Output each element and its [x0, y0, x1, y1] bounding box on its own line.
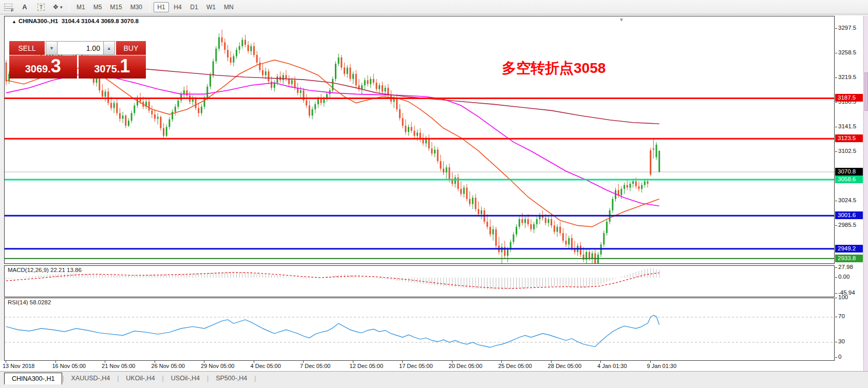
scroll-to-end-icon[interactable]: ▼	[619, 17, 624, 23]
candle-body	[320, 99, 322, 103]
candle-body	[335, 64, 336, 79]
macd-indicator-panel[interactable]: MACD(12,26,9) 22.21 13.86	[4, 265, 835, 297]
candle-body	[309, 106, 310, 116]
rsi-tick-label: 70	[838, 313, 845, 319]
rsi-label: RSI(14) 58.0282	[8, 299, 51, 305]
candle-body	[285, 75, 287, 79]
candle-body	[469, 199, 470, 204]
chart-tab-xauusdh4[interactable]: XAUUSD-,H4	[64, 373, 118, 384]
text-box-icon[interactable]: T	[34, 2, 48, 13]
main-chart-panel[interactable]: ▲CHINA300-,H1 3104.4 3104.4 3069.8 3070.…	[4, 16, 835, 264]
candle-body	[446, 167, 447, 172]
sell-button[interactable]: SELL	[9, 41, 45, 55]
candle-body	[265, 71, 267, 75]
vertical-scrollbar[interactable]	[863, 16, 868, 388]
cursor-objects-icon[interactable]: ❖▾	[51, 2, 64, 13]
candle-body	[102, 90, 103, 96]
candle-body	[385, 88, 386, 91]
candle-body	[370, 79, 371, 84]
ma-magenta	[6, 73, 659, 206]
candle-body	[655, 145, 657, 158]
timeframe-button-D1[interactable]: D1	[186, 2, 202, 12]
candle-body	[402, 118, 404, 126]
time-tick-label: 17 Dec 05:00	[399, 363, 432, 369]
candle-body	[460, 189, 462, 194]
rsi-indicator-panel[interactable]: RSI(14) 58.0282	[4, 298, 835, 361]
macd-label: MACD(12,26,9) 22.21 13.86	[8, 267, 82, 273]
scrollbar-thumb[interactable]	[864, 72, 868, 111]
candle-body	[519, 219, 520, 227]
chart-tab-sp500h4[interactable]: SP500-,H4	[209, 373, 254, 384]
time-axis: 13 Nov 201816 Nov 05:0021 Nov 05:0026 No…	[0, 361, 868, 371]
chart-tab-china300h1[interactable]: CHINA300-,H1	[4, 373, 62, 384]
buy-price-display[interactable]: 3075.1	[79, 55, 146, 79]
chart-tab-ukoilh4[interactable]: UKOil-,H4	[119, 373, 162, 384]
candle-body	[405, 126, 406, 132]
candle-body	[606, 222, 608, 233]
candle-body	[166, 127, 167, 135]
rsi-tick-label: 100	[838, 294, 848, 300]
candle-body	[627, 185, 628, 188]
candle-body	[250, 46, 252, 51]
candle-body	[291, 80, 293, 84]
candle-body	[317, 99, 319, 104]
candle-body	[163, 128, 164, 136]
candle-body	[233, 56, 234, 63]
candle-body	[355, 74, 357, 85]
candle-body	[644, 181, 646, 185]
timeframe-button-MN[interactable]: MN	[220, 2, 237, 12]
candle-body	[276, 76, 278, 83]
candle-body	[206, 87, 208, 98]
candle-body	[294, 80, 296, 88]
timeframe-button-H1[interactable]: H1	[154, 2, 169, 12]
price-tick-label: 3219.5	[838, 74, 856, 80]
timeframe-button-M15[interactable]: M15	[106, 2, 125, 12]
candle-body	[230, 57, 232, 63]
price-axis[interactable]: 3297.53258.53219.53180.53141.53102.53063…	[835, 16, 863, 361]
candle-body	[134, 106, 135, 113]
price-line-badge: 3187.5	[835, 94, 863, 102]
candle-body	[411, 127, 412, 130]
volume-increase-button[interactable]: ▲	[103, 41, 115, 55]
candle-body	[241, 40, 243, 46]
candle-body	[125, 115, 126, 126]
chart-tab-usoilh4[interactable]: USOil-,H4	[164, 373, 207, 384]
candle-body	[417, 132, 418, 135]
candle-body	[440, 161, 441, 169]
candle-body	[437, 150, 439, 161]
candle-body	[568, 238, 570, 244]
timeframe-button-M5[interactable]: M5	[90, 2, 106, 12]
candle-body	[137, 98, 138, 106]
price-tick-label: 3297.5	[838, 25, 856, 31]
candle-body	[536, 219, 538, 224]
buy-button[interactable]: BUY	[116, 41, 146, 55]
timeframe-button-M1[interactable]: M1	[73, 2, 89, 12]
price-tick-label: 3141.5	[838, 123, 856, 129]
text-label-icon[interactable]: A	[18, 2, 31, 13]
candle-body	[524, 219, 526, 223]
candle-body	[221, 37, 223, 43]
candle-body	[455, 178, 456, 184]
candle-body	[168, 120, 170, 127]
indicators-grid-icon[interactable]: F	[2, 2, 15, 13]
candle-body	[204, 98, 205, 107]
timeframe-button-group: M1M5M15M30H1H4D1W1MN	[72, 2, 238, 12]
candle-body	[364, 80, 366, 85]
volume-input[interactable]	[58, 41, 103, 55]
timeframe-button-W1[interactable]: W1	[203, 2, 219, 12]
time-tick-label: 9 Jan 01:30	[647, 363, 677, 369]
candle-body	[341, 57, 342, 68]
candle-body	[556, 227, 558, 232]
candle-body	[236, 50, 237, 56]
candle-body	[620, 189, 622, 195]
sell-price-display[interactable]: 3069.3	[9, 55, 77, 79]
dropdown-caret-icon: ▾	[60, 5, 63, 10]
candle-body	[548, 219, 549, 223]
timeframe-button-H4[interactable]: H4	[170, 2, 185, 12]
volume-decrease-button[interactable]: ▼	[46, 41, 58, 55]
timeframe-button-M30[interactable]: M30	[127, 2, 146, 12]
price-line-badge: 3058.6	[835, 176, 863, 183]
candle-body	[513, 235, 514, 242]
trading-terminal-window: F A T ❖▾ M1M5M15M30H1H4D1W1MN ▲CHINA300-…	[0, 0, 868, 388]
candle-body	[107, 91, 109, 103]
